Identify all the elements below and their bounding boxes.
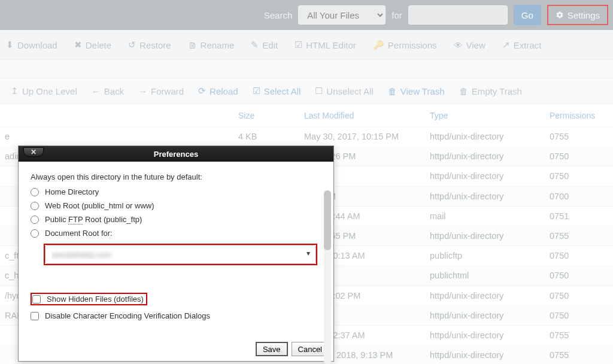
nav-row: ↥ Up One Level ← Back → Forward ⟳ Reload… xyxy=(0,78,613,104)
radio-docroot-input[interactable] xyxy=(31,229,39,238)
search-input[interactable] xyxy=(408,5,508,25)
for-label: for xyxy=(392,10,402,20)
preferences-modal: ✕ Preferences Always open this directory… xyxy=(18,145,334,362)
reload-button[interactable]: ⟳ Reload xyxy=(198,86,238,96)
scroll-thumb[interactable] xyxy=(324,190,331,250)
download-button[interactable]: ⬇ Download xyxy=(6,40,57,50)
save-button[interactable]: Save xyxy=(256,342,288,356)
cell-perm: 0755 xyxy=(550,132,603,141)
cell-perm: 0755 xyxy=(550,231,603,241)
cell-modified: May 30, 2017, 10:15 PM xyxy=(304,132,430,141)
restore-button[interactable]: ↺ Restore xyxy=(128,40,171,50)
back-button[interactable]: ← Back xyxy=(92,86,124,96)
document-root-select[interactable]: seorankserp.com xyxy=(45,245,316,264)
document-root-select-wrapper: seorankserp.com xyxy=(44,244,317,265)
col-type[interactable]: Type xyxy=(430,111,550,120)
rename-button[interactable]: 🗎 Rename xyxy=(188,40,235,50)
default-dir-prompt: Always open this directory in the future… xyxy=(31,172,321,181)
cell-perm: 0750 xyxy=(550,311,603,320)
table-header: Size Last Modified Type Permissions xyxy=(0,104,613,127)
radio-home-directory[interactable]: Home Directory xyxy=(31,187,321,196)
unselect-all-button[interactable]: ☐ Unselect All xyxy=(315,86,373,96)
settings-label: Settings xyxy=(568,10,600,20)
search-scope-select[interactable]: All Your Files xyxy=(298,5,386,25)
forward-button[interactable]: → Forward xyxy=(138,86,184,96)
disable-encoding-row[interactable]: Disable Character Encoding Verification … xyxy=(31,311,321,320)
close-icon: ✕ xyxy=(31,148,37,156)
radio-publicftp-input[interactable] xyxy=(31,216,39,224)
empty-trash-button[interactable]: 🗑 Empty Trash xyxy=(459,86,522,96)
cell-type: httpd/unix-directory xyxy=(430,151,550,161)
cell-perm: 0750 xyxy=(550,271,603,280)
select-all-button[interactable]: ☑ Select All xyxy=(253,86,301,96)
cancel-button[interactable]: Cancel xyxy=(292,342,329,356)
gear-icon xyxy=(556,11,564,19)
cell-type: httpd/unix-directory xyxy=(430,291,550,301)
spacer xyxy=(0,60,613,78)
modal-titlebar: ✕ Preferences xyxy=(19,146,333,162)
search-label: Search xyxy=(264,10,293,20)
cell-type: httpd/unix-directory xyxy=(430,330,550,340)
cell-type: httpd/unix-directory xyxy=(430,311,550,320)
col-size[interactable]: Size xyxy=(238,111,304,120)
go-button[interactable]: Go xyxy=(514,5,541,25)
delete-button[interactable]: ✖ Delete xyxy=(74,40,111,50)
show-hidden-checkbox[interactable] xyxy=(32,295,41,304)
top-bar: Search All Your Files for Go Settings xyxy=(0,0,613,30)
view-button[interactable]: 👁 View xyxy=(454,40,485,50)
cell-perm: 0700 xyxy=(550,192,603,201)
cell-size: 4 KB xyxy=(238,132,304,141)
radio-web-root[interactable]: Web Root (public_html or www) xyxy=(31,201,321,210)
cell-type: httpd/unix-directory xyxy=(430,171,550,181)
cell-perm: 0755 xyxy=(550,350,603,360)
cell-perm: 0755 xyxy=(550,330,603,340)
up-one-level-button[interactable]: ↥ Up One Level xyxy=(11,86,77,96)
disable-encoding-checkbox[interactable] xyxy=(31,312,39,320)
radio-document-root[interactable]: Document Root for: xyxy=(31,229,321,238)
radio-public-ftp[interactable]: Public FTP Root (public_ftp) xyxy=(31,215,321,224)
cell-perm: 0750 xyxy=(550,151,603,161)
cell-type: httpd/unix-directory xyxy=(430,192,550,201)
radio-webroot-input[interactable] xyxy=(31,202,39,210)
cell-perm: 0750 xyxy=(550,171,603,181)
show-hidden-row[interactable]: Show Hidden Files (dotfiles) xyxy=(31,293,321,305)
cell-type: httpd/unix-directory xyxy=(430,350,550,360)
html-editor-button[interactable]: ☑ HTML Editor xyxy=(295,40,356,50)
cell-type: httpd/unix-directory xyxy=(430,231,550,241)
col-perm[interactable]: Permissions xyxy=(550,111,603,120)
cell-type: publicftp xyxy=(430,251,550,260)
modal-footer: Save Cancel xyxy=(19,338,333,361)
cell-perm: 0751 xyxy=(550,211,603,221)
edit-button[interactable]: ✎ Edit xyxy=(251,40,278,50)
modal-scrollbar[interactable] xyxy=(324,190,331,364)
settings-button[interactable]: Settings xyxy=(547,5,608,25)
modal-title: Preferences xyxy=(154,150,198,159)
col-modified[interactable]: Last Modified xyxy=(304,111,430,120)
cell-type: publichtml xyxy=(430,271,550,280)
radio-home-input[interactable] xyxy=(31,188,39,196)
action-toolbar: ⬇ Download ✖ Delete ↺ Restore 🗎 Rename ✎… xyxy=(0,30,613,60)
view-trash-button[interactable]: 🗑 View Trash xyxy=(388,86,445,96)
table-row[interactable]: e4 KBMay 30, 2017, 10:15 PMhttpd/unix-di… xyxy=(0,127,613,147)
extract-button[interactable]: ↗ Extract xyxy=(502,40,542,50)
cell-type: httpd/unix-directory xyxy=(430,132,550,141)
permissions-button[interactable]: 🔑 Permissions xyxy=(373,40,437,50)
cell-perm: 0750 xyxy=(550,291,603,301)
cell-perm: 0750 xyxy=(550,251,603,260)
cell-name: e xyxy=(5,132,238,141)
close-button[interactable]: ✕ xyxy=(23,147,44,157)
cell-type: mail xyxy=(430,211,550,221)
